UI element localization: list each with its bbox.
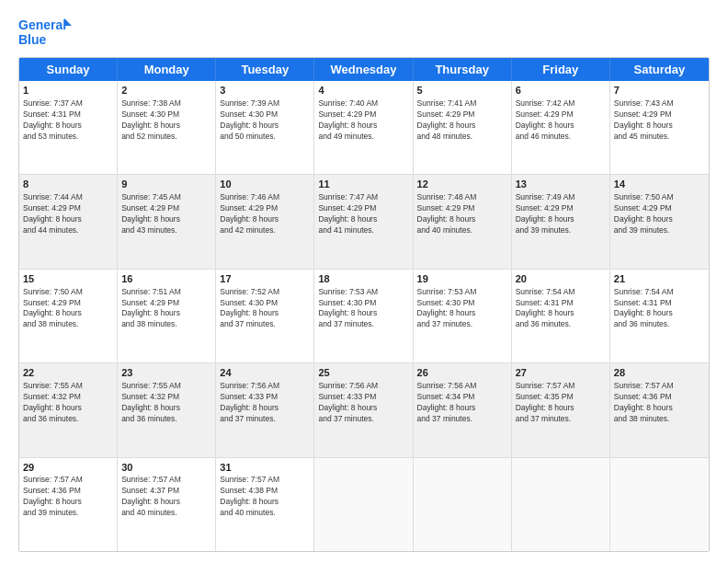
calendar-cell: 25Sunrise: 7:56 AMSunset: 4:33 PMDayligh… bbox=[314, 363, 413, 456]
logo: General Blue bbox=[18, 15, 74, 50]
calendar-row: 29Sunrise: 7:57 AMSunset: 4:36 PMDayligh… bbox=[19, 458, 709, 551]
calendar-cell: 5Sunrise: 7:41 AMSunset: 4:29 PMDaylight… bbox=[414, 81, 512, 174]
cell-content: Sunrise: 7:55 AMSunset: 4:32 PMDaylight:… bbox=[121, 381, 211, 425]
day-number: 15 bbox=[23, 272, 113, 286]
calendar-cell: 3Sunrise: 7:39 AMSunset: 4:30 PMDaylight… bbox=[216, 81, 314, 174]
day-number: 6 bbox=[516, 84, 606, 98]
calendar-cell: 12Sunrise: 7:48 AMSunset: 4:29 PMDayligh… bbox=[414, 175, 512, 268]
day-number: 23 bbox=[121, 366, 211, 380]
calendar-cell: 27Sunrise: 7:57 AMSunset: 4:35 PMDayligh… bbox=[512, 363, 610, 456]
calendar-cell bbox=[512, 458, 610, 551]
day-number: 22 bbox=[23, 366, 113, 380]
cell-content: Sunrise: 7:40 AMSunset: 4:29 PMDaylight:… bbox=[318, 98, 408, 143]
calendar-cell: 17Sunrise: 7:52 AMSunset: 4:30 PMDayligh… bbox=[216, 270, 314, 362]
day-number: 29 bbox=[23, 461, 113, 475]
cell-content: Sunrise: 7:50 AMSunset: 4:29 PMDaylight:… bbox=[614, 192, 705, 236]
cell-content: Sunrise: 7:47 AMSunset: 4:29 PMDaylight:… bbox=[318, 192, 408, 236]
calendar-cell: 23Sunrise: 7:55 AMSunset: 4:32 PMDayligh… bbox=[118, 363, 216, 456]
day-number: 5 bbox=[417, 84, 507, 98]
calendar-cell: 16Sunrise: 7:51 AMSunset: 4:29 PMDayligh… bbox=[118, 270, 216, 362]
day-number: 11 bbox=[318, 178, 408, 191]
cell-content: Sunrise: 7:43 AMSunset: 4:29 PMDaylight:… bbox=[614, 98, 705, 143]
cell-content: Sunrise: 7:54 AMSunset: 4:31 PMDaylight:… bbox=[614, 287, 705, 331]
cell-content: Sunrise: 7:56 AMSunset: 4:33 PMDaylight:… bbox=[220, 381, 310, 425]
day-number: 8 bbox=[23, 178, 113, 191]
calendar-cell: 29Sunrise: 7:57 AMSunset: 4:36 PMDayligh… bbox=[19, 458, 118, 551]
calendar-header-cell: Thursday bbox=[414, 58, 512, 81]
calendar-row: 8Sunrise: 7:44 AMSunset: 4:29 PMDaylight… bbox=[19, 175, 709, 269]
cell-content: Sunrise: 7:41 AMSunset: 4:29 PMDaylight:… bbox=[417, 98, 507, 143]
calendar-row: 15Sunrise: 7:50 AMSunset: 4:29 PMDayligh… bbox=[19, 270, 709, 363]
cell-content: Sunrise: 7:57 AMSunset: 4:36 PMDaylight:… bbox=[23, 475, 113, 519]
calendar-cell: 28Sunrise: 7:57 AMSunset: 4:36 PMDayligh… bbox=[610, 363, 709, 456]
cell-content: Sunrise: 7:39 AMSunset: 4:30 PMDaylight:… bbox=[220, 98, 310, 143]
calendar-cell: 9Sunrise: 7:45 AMSunset: 4:29 PMDaylight… bbox=[118, 175, 216, 268]
cell-content: Sunrise: 7:56 AMSunset: 4:34 PMDaylight:… bbox=[417, 381, 507, 425]
calendar-header-cell: Saturday bbox=[610, 58, 709, 81]
day-number: 19 bbox=[417, 272, 507, 286]
calendar-cell: 30Sunrise: 7:57 AMSunset: 4:37 PMDayligh… bbox=[118, 458, 216, 551]
cell-content: Sunrise: 7:50 AMSunset: 4:29 PMDaylight:… bbox=[23, 287, 113, 331]
day-number: 9 bbox=[121, 178, 211, 191]
cell-content: Sunrise: 7:55 AMSunset: 4:32 PMDaylight:… bbox=[23, 381, 113, 425]
calendar-cell: 26Sunrise: 7:56 AMSunset: 4:34 PMDayligh… bbox=[414, 363, 512, 456]
day-number: 21 bbox=[614, 272, 705, 286]
day-number: 10 bbox=[220, 178, 310, 191]
calendar-header-cell: Friday bbox=[512, 58, 610, 81]
calendar-cell: 8Sunrise: 7:44 AMSunset: 4:29 PMDaylight… bbox=[19, 175, 118, 268]
day-number: 7 bbox=[614, 84, 705, 98]
svg-text:General: General bbox=[18, 17, 66, 32]
calendar-header-cell: Monday bbox=[118, 58, 216, 81]
calendar-cell: 18Sunrise: 7:53 AMSunset: 4:30 PMDayligh… bbox=[314, 270, 413, 362]
svg-marker-2 bbox=[64, 18, 72, 26]
day-number: 31 bbox=[220, 461, 310, 475]
cell-content: Sunrise: 7:57 AMSunset: 4:35 PMDaylight:… bbox=[516, 381, 606, 425]
day-number: 1 bbox=[23, 84, 113, 98]
page: General Blue SundayMondayTuesdayWednesda… bbox=[0, 0, 728, 563]
day-number: 18 bbox=[318, 272, 408, 286]
cell-content: Sunrise: 7:49 AMSunset: 4:29 PMDaylight:… bbox=[516, 192, 606, 236]
calendar-body: 1Sunrise: 7:37 AMSunset: 4:31 PMDaylight… bbox=[19, 81, 709, 551]
cell-content: Sunrise: 7:53 AMSunset: 4:30 PMDaylight:… bbox=[417, 287, 507, 331]
day-number: 24 bbox=[220, 366, 310, 380]
cell-content: Sunrise: 7:38 AMSunset: 4:30 PMDaylight:… bbox=[121, 98, 211, 143]
calendar-header-cell: Sunday bbox=[19, 58, 118, 81]
calendar-cell: 6Sunrise: 7:42 AMSunset: 4:29 PMDaylight… bbox=[512, 81, 610, 174]
cell-content: Sunrise: 7:37 AMSunset: 4:31 PMDaylight:… bbox=[23, 98, 113, 143]
cell-content: Sunrise: 7:46 AMSunset: 4:29 PMDaylight:… bbox=[220, 192, 310, 236]
calendar-cell: 22Sunrise: 7:55 AMSunset: 4:32 PMDayligh… bbox=[19, 363, 118, 456]
calendar-cell: 1Sunrise: 7:37 AMSunset: 4:31 PMDaylight… bbox=[19, 81, 118, 174]
day-number: 26 bbox=[417, 366, 507, 380]
day-number: 2 bbox=[121, 84, 211, 98]
svg-text:Blue: Blue bbox=[18, 32, 47, 47]
header: General Blue bbox=[18, 15, 710, 50]
day-number: 30 bbox=[121, 461, 211, 475]
day-number: 27 bbox=[516, 366, 606, 380]
calendar-cell: 20Sunrise: 7:54 AMSunset: 4:31 PMDayligh… bbox=[512, 270, 610, 362]
calendar-row: 22Sunrise: 7:55 AMSunset: 4:32 PMDayligh… bbox=[19, 363, 709, 457]
day-number: 20 bbox=[516, 272, 606, 286]
calendar-cell: 24Sunrise: 7:56 AMSunset: 4:33 PMDayligh… bbox=[216, 363, 314, 456]
calendar-header-cell: Tuesday bbox=[216, 58, 314, 81]
calendar-cell: 14Sunrise: 7:50 AMSunset: 4:29 PMDayligh… bbox=[610, 175, 709, 268]
calendar-cell: 31Sunrise: 7:57 AMSunset: 4:38 PMDayligh… bbox=[216, 458, 314, 551]
day-number: 4 bbox=[318, 84, 408, 98]
calendar-cell: 19Sunrise: 7:53 AMSunset: 4:30 PMDayligh… bbox=[414, 270, 512, 362]
calendar-cell: 21Sunrise: 7:54 AMSunset: 4:31 PMDayligh… bbox=[610, 270, 709, 362]
cell-content: Sunrise: 7:57 AMSunset: 4:36 PMDaylight:… bbox=[614, 381, 705, 425]
calendar-header: SundayMondayTuesdayWednesdayThursdayFrid… bbox=[19, 58, 709, 81]
calendar-cell bbox=[314, 458, 413, 551]
calendar-row: 1Sunrise: 7:37 AMSunset: 4:31 PMDaylight… bbox=[19, 81, 709, 175]
day-number: 3 bbox=[220, 84, 310, 98]
calendar-cell: 2Sunrise: 7:38 AMSunset: 4:30 PMDaylight… bbox=[118, 81, 216, 174]
day-number: 12 bbox=[417, 178, 507, 191]
cell-content: Sunrise: 7:57 AMSunset: 4:38 PMDaylight:… bbox=[220, 475, 310, 519]
logo-svg: General Blue bbox=[18, 15, 74, 50]
calendar-cell: 15Sunrise: 7:50 AMSunset: 4:29 PMDayligh… bbox=[19, 270, 118, 362]
day-number: 25 bbox=[318, 366, 408, 380]
day-number: 14 bbox=[614, 178, 705, 191]
calendar-cell: 11Sunrise: 7:47 AMSunset: 4:29 PMDayligh… bbox=[314, 175, 413, 268]
cell-content: Sunrise: 7:48 AMSunset: 4:29 PMDaylight:… bbox=[417, 192, 507, 236]
cell-content: Sunrise: 7:42 AMSunset: 4:29 PMDaylight:… bbox=[516, 98, 606, 143]
calendar-cell: 10Sunrise: 7:46 AMSunset: 4:29 PMDayligh… bbox=[216, 175, 314, 268]
